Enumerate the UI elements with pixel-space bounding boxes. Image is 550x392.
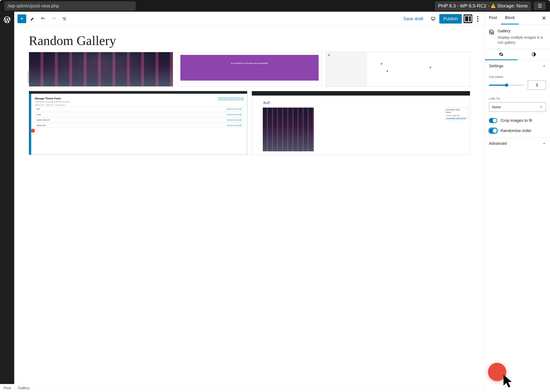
contrast-icon <box>531 52 536 57</box>
browser-chrome: /wp-admin/post-new.php PHP 8.3 - WP 6.5-… <box>0 0 550 12</box>
block-description: Display multiple images in a rich galler… <box>498 35 546 45</box>
link-to-label: LINK TO <box>489 97 546 100</box>
gallery-image[interactable] <box>326 52 470 87</box>
browser-menu-button[interactable]: ☰ <box>534 2 546 10</box>
crop-images-toggle[interactable] <box>489 118 497 123</box>
publish-button[interactable]: Publish <box>439 14 462 23</box>
undo-button[interactable] <box>39 14 47 23</box>
undo-icon <box>41 16 45 21</box>
editor-canvas[interactable]: Random Gallery Add <box>14 26 485 392</box>
sidebar-icon <box>464 14 472 23</box>
columns-input[interactable] <box>528 81 546 90</box>
chevron-down-icon <box>542 142 546 145</box>
tab-block[interactable]: Block <box>501 12 519 24</box>
sidebar-tabs: Post Block ✕ <box>485 12 550 25</box>
crop-images-label: Crop images to fit <box>501 118 532 123</box>
svg-point-3 <box>477 18 479 19</box>
document-overview-button[interactable] <box>60 14 69 23</box>
chevron-up-icon <box>542 64 546 68</box>
gear-icon <box>499 52 503 57</box>
svg-point-4 <box>477 20 479 21</box>
post-title[interactable]: Random Gallery <box>29 33 470 48</box>
gallery-image[interactable]: Manage Theme Fonts Add Google FontAdd Lo… <box>29 91 247 155</box>
svg-rect-1 <box>465 16 471 22</box>
advanced-panel-header[interactable]: Advanced <box>485 138 550 149</box>
columns-label: COLUMNS <box>489 75 546 78</box>
environment-badge: PHP 8.3 - WP 6.5-RC2 - ⚠️ Storage: None <box>435 1 531 11</box>
preview-button[interactable] <box>429 14 437 23</box>
wordpress-logo-rail[interactable] <box>0 12 14 392</box>
settings-sidebar-toggle[interactable] <box>464 14 472 23</box>
edit-tool-button[interactable] <box>28 14 37 23</box>
svg-point-2 <box>477 16 479 17</box>
add-block-button[interactable]: + <box>18 14 26 23</box>
columns-control: COLUMNS <box>485 72 550 93</box>
redo-icon <box>51 16 56 21</box>
block-breadcrumb: Post › Gallery <box>0 384 485 392</box>
list-view-icon <box>62 16 67 21</box>
wordpress-icon <box>3 16 11 24</box>
redo-button[interactable] <box>49 14 58 23</box>
randomize-order-toggle[interactable] <box>489 128 497 133</box>
settings-sidebar: Post Block ✕ Gallery Display multiple im… <box>485 12 550 392</box>
warning-icon: ⚠️ <box>491 3 496 8</box>
settings-subtab[interactable] <box>485 49 518 60</box>
gallery-image[interactable]: Avif Open Media Library Upload Current m… <box>252 91 470 155</box>
chevron-down-icon <box>540 105 543 109</box>
pencil-icon <box>30 16 35 21</box>
link-to-select[interactable]: None <box>489 102 546 112</box>
settings-panel-header[interactable]: Settings <box>485 60 550 72</box>
link-to-control: LINK TO None <box>485 93 550 115</box>
randomize-order-control: Randomize order <box>485 126 550 136</box>
columns-slider[interactable] <box>489 84 524 86</box>
more-options-button[interactable] <box>474 14 481 23</box>
more-vertical-icon <box>474 15 481 22</box>
crop-images-control: Crop images to fit <box>485 115 550 126</box>
sidebar-subtabs <box>485 49 550 60</box>
gallery-image[interactable] <box>29 52 173 87</box>
gallery-icon <box>489 29 494 35</box>
svg-rect-0 <box>431 17 435 20</box>
cursor-arrow-icon <box>503 374 514 388</box>
save-draft-button[interactable]: Save draft <box>400 16 427 21</box>
desktop-icon <box>431 16 436 21</box>
editor-toolbar: + Save draft Publish <box>14 12 485 26</box>
chevron-right-icon: › <box>14 386 15 390</box>
block-title: Gallery <box>498 29 546 33</box>
breadcrumb-gallery[interactable]: Gallery <box>18 386 29 390</box>
gallery-block[interactable] <box>29 52 470 87</box>
block-info: Gallery Display multiple images in a ric… <box>485 25 550 49</box>
url-bar[interactable]: /wp-admin/post-new.php <box>4 1 136 11</box>
styles-subtab[interactable] <box>518 49 550 60</box>
randomize-order-label: Randomize order <box>501 128 531 133</box>
tab-post[interactable]: Post <box>485 12 501 24</box>
close-sidebar-button[interactable]: ✕ <box>538 15 550 21</box>
breadcrumb-post[interactable]: Post <box>4 386 11 390</box>
gallery-image[interactable] <box>177 52 322 87</box>
